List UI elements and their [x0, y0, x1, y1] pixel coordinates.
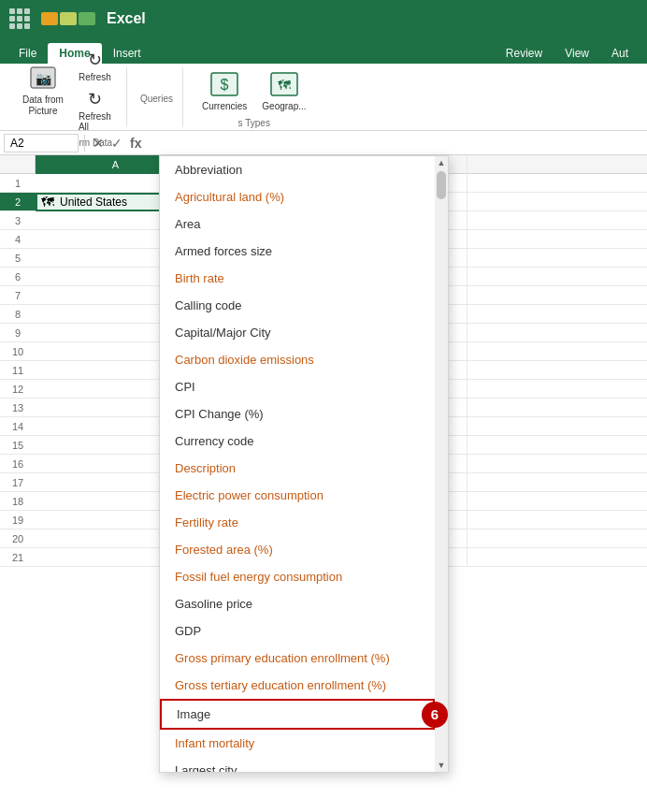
refresh-button[interactable]: ↻ Refresh [73, 47, 117, 84]
dropdown-item-forested-area[interactable]: Forested area (%) [160, 536, 435, 563]
row-header-3: 3 [0, 211, 36, 230]
svg-text:$: $ [221, 77, 229, 93]
confirm-formula-icon[interactable]: ✓ [109, 134, 124, 152]
dropdown-item-area[interactable]: Area [160, 210, 435, 238]
cell-a2-content: 🗺 United States [41, 195, 127, 210]
dropdown-item-largest-city[interactable]: Largest city [160, 757, 435, 772]
title-bar: Excel [0, 0, 647, 37]
data-from-picture-label: Data fromPicture [22, 94, 64, 117]
ribbon-group-data-types: $ Currencies 🗺 Geograp... s Types [187, 67, 322, 127]
cancel-formula-icon[interactable]: ✕ [91, 134, 106, 152]
formula-bar: ✕ ✓ fx [0, 131, 647, 155]
geography-label: Geograp... [262, 101, 306, 111]
field-picker-dropdown: Abbreviation Agricultural land (%) Area … [159, 155, 449, 773]
dropdown-item-electric-power[interactable]: Electric power consumption [160, 482, 435, 509]
row-header-21: 21 [0, 548, 36, 567]
step-6-badge: 6 [422, 702, 448, 728]
dropdown-item-calling-code[interactable]: Calling code [160, 292, 435, 319]
row-headers-area: 1 2 3 4 5 6 7 8 9 10 11 12 13 14 15 16 1… [0, 155, 36, 567]
dropdown-item-fertility-rate[interactable]: Fertility rate [160, 509, 435, 536]
dropdown-scrollbar[interactable]: ▲ ▼ [435, 156, 448, 772]
dropdown-item-image-container: Image 6 [160, 699, 435, 730]
row-header-12: 12 [0, 380, 36, 399]
row-header-15: 15 [0, 436, 36, 455]
data-from-picture-button[interactable]: 📷 Data fromPicture [17, 60, 69, 120]
scroll-down-arrow[interactable]: ▼ [435, 759, 448, 772]
ribbon: 📷 Data fromPicture ↻ Refresh ↻ RefreshAl… [0, 64, 647, 131]
dropdown-item-infant-mortality[interactable]: Infant mortality [160, 730, 435, 757]
corner-header [0, 155, 36, 174]
dropdown-item-cpi-change[interactable]: CPI Change (%) [160, 400, 435, 428]
formula-bar-divider [84, 135, 85, 152]
dropdown-item-co2[interactable]: Carbon dioxide emissions [160, 346, 435, 373]
formula-input[interactable] [147, 136, 643, 150]
app-menu-icon[interactable] [9, 8, 30, 29]
row-header-9: 9 [0, 324, 36, 342]
row-header-10: 10 [0, 342, 36, 361]
row-header-20: 20 [0, 529, 36, 548]
tab-aut[interactable]: Aut [600, 43, 640, 64]
geography-icon: 🗺 [269, 69, 299, 99]
dropdown-item-armed-forces[interactable]: Armed forces size [160, 238, 435, 265]
dropdown-item-currency-code[interactable]: Currency code [160, 428, 435, 455]
ribbon-buttons-row: 📷 Data fromPicture ↻ Refresh ↻ RefreshAl… [17, 47, 117, 134]
dropdown-items-list: Abbreviation Agricultural land (%) Area … [160, 156, 448, 772]
dropdown-item-gasoline-price[interactable]: Gasoline price [160, 590, 435, 617]
formula-icons: ✕ ✓ fx [91, 134, 143, 152]
svg-text:📷: 📷 [35, 71, 51, 87]
currencies-button[interactable]: $ Currencies [196, 66, 252, 114]
scroll-up-arrow[interactable]: ▲ [435, 156, 448, 169]
geography-button[interactable]: 🗺 Geograp... [256, 66, 311, 114]
tab-view[interactable]: View [554, 43, 600, 64]
cell-a2-value: United States [60, 196, 127, 209]
row-header-4: 4 [0, 230, 36, 249]
dropdown-item-fossil-fuel[interactable]: Fossil fuel energy consumption [160, 563, 435, 590]
data-from-picture-icon: 📷 [28, 63, 58, 93]
refresh-icon: ↻ [83, 49, 106, 71]
currencies-icon: $ [209, 69, 239, 99]
row-header-2: 2 [0, 193, 36, 211]
spreadsheet-container: 1 2 3 4 5 6 7 8 9 10 11 12 13 14 15 16 1… [0, 155, 647, 567]
row-header-5: 5 [0, 249, 36, 268]
dropdown-item-description[interactable]: Description [160, 455, 435, 482]
excel-logo [41, 12, 95, 25]
refresh-all-icon: ↻ [83, 88, 106, 110]
scroll-thumb[interactable] [437, 171, 446, 199]
tab-review[interactable]: Review [495, 43, 554, 64]
insert-function-icon[interactable]: fx [128, 134, 143, 152]
data-types-label: s Types [238, 118, 270, 128]
dropdown-item-agricultural-land[interactable]: Agricultural land (%) [160, 183, 435, 210]
row-header-18: 18 [0, 492, 36, 511]
app-title: Excel [107, 10, 146, 27]
dropdown-item-image[interactable]: Image [160, 699, 435, 730]
dropdown-item-gdp[interactable]: GDP [160, 617, 435, 645]
row-header-6: 6 [0, 268, 36, 286]
row-header-14: 14 [0, 417, 36, 436]
row-header-17: 17 [0, 473, 36, 492]
dropdown-item-abbreviation[interactable]: Abbreviation [160, 156, 435, 183]
dropdown-item-capital-city[interactable]: Capital/Major City [160, 319, 435, 346]
ribbon-group-queries: Queries [131, 67, 183, 127]
row-header-1: 1 [0, 174, 36, 193]
dropdown-item-gross-tertiary[interactable]: Gross tertiary education enrollment (%) [160, 672, 435, 699]
dropdown-item-birth-rate[interactable]: Birth rate [160, 265, 435, 292]
currencies-label: Currencies [202, 101, 247, 111]
row-header-8: 8 [0, 305, 36, 324]
ribbon-group-get-transform: 📷 Data fromPicture ↻ Refresh ↻ RefreshAl… [7, 67, 127, 127]
dropdown-item-cpi[interactable]: CPI [160, 373, 435, 400]
refresh-all-button[interactable]: ↻ RefreshAll [73, 86, 117, 134]
row-header-16: 16 [0, 455, 36, 473]
row-header-13: 13 [0, 399, 36, 417]
row-header-19: 19 [0, 511, 36, 529]
refresh-all-label: RefreshAll [79, 111, 111, 132]
row-header-11: 11 [0, 361, 36, 380]
refresh-label: Refresh [79, 72, 111, 82]
cell-reference[interactable] [4, 134, 79, 152]
geography-cell-icon: 🗺 [41, 195, 54, 210]
dropdown-item-gross-primary[interactable]: Gross primary education enrollment (%) [160, 645, 435, 672]
svg-text:🗺: 🗺 [278, 78, 291, 93]
data-types-buttons: $ Currencies 🗺 Geograp... [196, 66, 312, 114]
queries-label: Queries [140, 94, 173, 104]
row-header-7: 7 [0, 286, 36, 305]
